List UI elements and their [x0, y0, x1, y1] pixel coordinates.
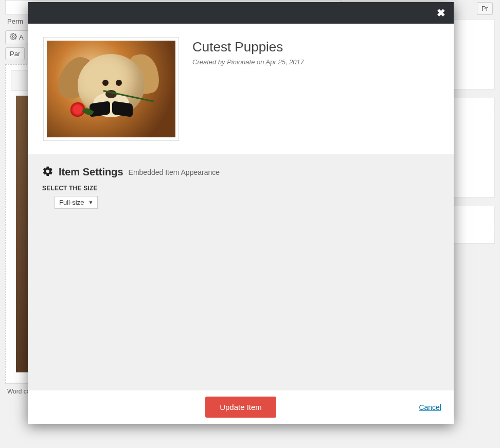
item-settings-panel: Item Settings Embedded Item Appearance S…	[28, 154, 454, 390]
item-subtitle: Created by Pinionate on Apr 25, 2017	[192, 58, 304, 66]
size-select[interactable]: Full-size ▼	[55, 196, 98, 209]
settings-heading: Item Settings	[59, 166, 123, 178]
chevron-down-icon: ▼	[88, 200, 93, 205]
modal-footer: Update Item Cancel	[28, 390, 454, 424]
modal-titlebar: ✖	[28, 2, 454, 24]
settings-subheading: Embedded Item Appearance	[129, 168, 220, 176]
item-settings-modal: ✖ Cutest Puppies Created by Pinionate	[28, 2, 454, 424]
modal-header: Cutest Puppies Created by Pinionate on A…	[28, 24, 454, 154]
close-icon[interactable]: ✖	[437, 8, 445, 18]
item-thumbnail	[43, 37, 179, 141]
select-size-label: Select the Size	[42, 185, 439, 192]
gear-icon	[42, 166, 53, 178]
update-item-button[interactable]: Update Item	[205, 397, 276, 418]
cancel-link[interactable]: Cancel	[419, 403, 441, 411]
size-select-value: Full-size	[59, 199, 84, 206]
item-title: Cutest Puppies	[192, 39, 304, 55]
